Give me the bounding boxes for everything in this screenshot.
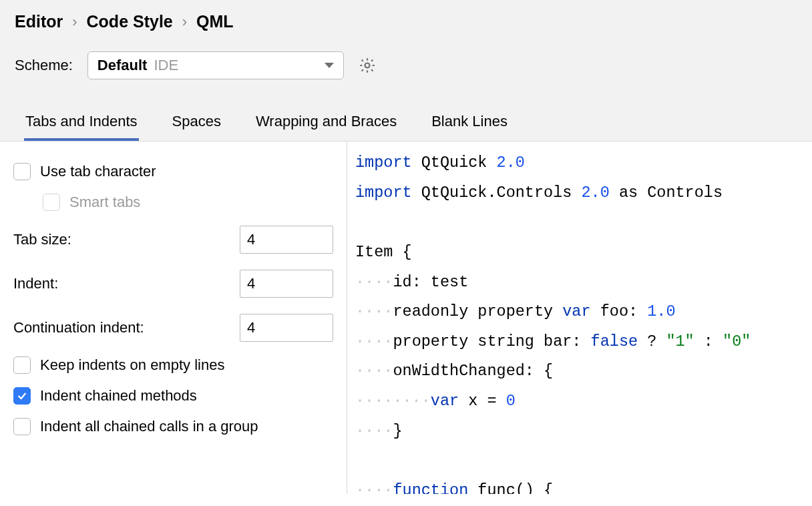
scheme-name: Default (97, 57, 148, 74)
indent-chained-group-label: Indent all chained calls in a group (40, 418, 258, 435)
breadcrumb-qml[interactable]: QML (196, 12, 234, 31)
chevron-right-icon: › (72, 13, 77, 31)
breadcrumb-codestyle[interactable]: Code Style (87, 12, 173, 31)
tab-wrapping[interactable]: Wrapping and Braces (254, 109, 398, 141)
smart-tabs-label: Smart tabs (69, 194, 140, 211)
tab-size-label: Tab size: (13, 231, 71, 248)
continuation-indent-input[interactable] (240, 314, 333, 342)
breadcrumb: Editor › Code Style › QML (15, 12, 797, 31)
svg-point-0 (365, 63, 369, 68)
chevron-down-icon (325, 63, 334, 68)
scheme-tag: IDE (154, 57, 178, 74)
chevron-right-icon: › (182, 13, 187, 31)
breadcrumb-editor[interactable]: Editor (15, 12, 63, 31)
tab-tabs-indents[interactable]: Tabs and Indents (24, 109, 139, 141)
smart-tabs-checkbox (43, 194, 60, 211)
indent-chained-group-checkbox[interactable] (13, 418, 31, 435)
use-tab-label: Use tab character (40, 163, 156, 180)
continuation-indent-label: Continuation indent: (13, 319, 144, 336)
indent-label: Indent: (13, 275, 58, 292)
scheme-dropdown[interactable]: Default IDE (87, 51, 344, 79)
scheme-label: Scheme: (15, 57, 73, 74)
tab-bar: Tabs and Indents Spaces Wrapping and Bra… (15, 109, 797, 141)
indent-input[interactable] (240, 270, 333, 298)
tab-size-input[interactable] (240, 226, 333, 254)
gear-icon[interactable] (359, 57, 376, 74)
keep-indents-checkbox[interactable] (13, 356, 31, 374)
tab-blank-lines[interactable]: Blank Lines (430, 109, 509, 141)
indent-chained-label: Indent chained methods (40, 387, 197, 405)
settings-panel: Use tab character Smart tabs Tab size: I… (0, 142, 347, 494)
indent-chained-checkbox[interactable] (13, 387, 31, 405)
code-preview: import QtQuick 2.0 import QtQuick.Contro… (347, 142, 812, 494)
use-tab-checkbox[interactable] (13, 163, 31, 180)
tab-spaces[interactable]: Spaces (171, 109, 222, 141)
keep-indents-label: Keep indents on empty lines (40, 356, 224, 374)
